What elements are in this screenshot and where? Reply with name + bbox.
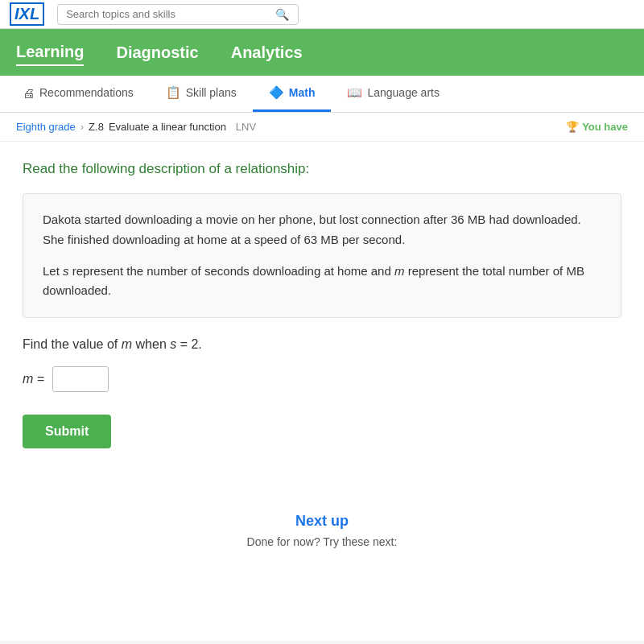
answer-row: m = [23, 366, 621, 392]
nav-bar: Learning Diagnostic Analytics [0, 29, 644, 76]
tab-recommendations-label: Recommendations [39, 86, 134, 99]
trophy-icon: 🏆 [566, 121, 579, 133]
recommendations-icon: 🖨 [23, 86, 35, 100]
tab-math-label: Math [289, 86, 316, 99]
tab-language-arts-label: Language arts [367, 86, 440, 99]
tab-skill-plans[interactable]: 📋 Skill plans [150, 76, 253, 112]
breadcrumb-skill-name: Evaluate a linear function [109, 121, 226, 133]
answer-label: m = [23, 372, 44, 386]
submit-button[interactable]: Submit [23, 415, 111, 448]
var-m-label: m [394, 264, 405, 278]
you-have-section: 🏆 You have [566, 121, 628, 133]
search-icon: 🔍 [275, 8, 289, 21]
tab-math[interactable]: 🔷 Math [253, 76, 332, 112]
nav-item-diagnostic[interactable]: Diagnostic [116, 40, 198, 65]
logo-text: IXL [10, 2, 44, 26]
tab-language-arts[interactable]: 📖 Language arts [331, 76, 456, 112]
nav-item-learning[interactable]: Learning [16, 39, 84, 66]
language-arts-icon: 📖 [347, 85, 362, 100]
tabs-bar: 🖨 Recommendations 📋 Skill plans 🔷 Math 📖… [0, 76, 644, 113]
skill-plans-icon: 📋 [166, 85, 181, 100]
find-value-prompt: Find the value of m when s = 2. [23, 337, 621, 352]
breadcrumb-grade[interactable]: Eighth grade [16, 121, 76, 133]
answer-input[interactable] [52, 366, 109, 392]
tab-skill-plans-label: Skill plans [186, 86, 237, 99]
tab-recommendations[interactable]: 🖨 Recommendations [6, 76, 150, 112]
breadcrumb: Eighth grade › Z.8 Evaluate a linear fun… [16, 121, 256, 133]
next-up-section: Next up Done for now? Try these next: [23, 481, 621, 549]
you-have-text: You have [582, 121, 628, 133]
search-bar[interactable]: 🔍 [57, 4, 299, 25]
breadcrumb-bar: Eighth grade › Z.8 Evaluate a linear fun… [0, 113, 644, 142]
logo: IXL [10, 2, 44, 26]
breadcrumb-separator: › [80, 121, 84, 133]
var-s-label: s [63, 264, 69, 278]
find-m-var: m [122, 337, 132, 351]
search-input[interactable] [66, 8, 275, 20]
problem-box: Dakota started downloading a movie on he… [23, 193, 621, 318]
problem-text-1: Dakota started downloading a movie on he… [43, 210, 601, 250]
next-up-subtext: Done for now? Try these next: [247, 535, 398, 548]
breadcrumb-skill-code: Z.8 [89, 121, 104, 133]
math-icon: 🔷 [269, 85, 284, 100]
main-content: Read the following description of a rela… [0, 142, 644, 641]
question-heading: Read the following description of a rela… [23, 161, 621, 177]
top-bar: IXL 🔍 [0, 0, 644, 29]
next-up-link[interactable]: Next up [23, 513, 621, 530]
find-s-var: s [170, 337, 176, 351]
breadcrumb-skill-id: LNV [236, 121, 256, 133]
nav-item-analytics[interactable]: Analytics [231, 40, 303, 65]
problem-text-2: Let s represent the number of seconds do… [43, 262, 601, 302]
